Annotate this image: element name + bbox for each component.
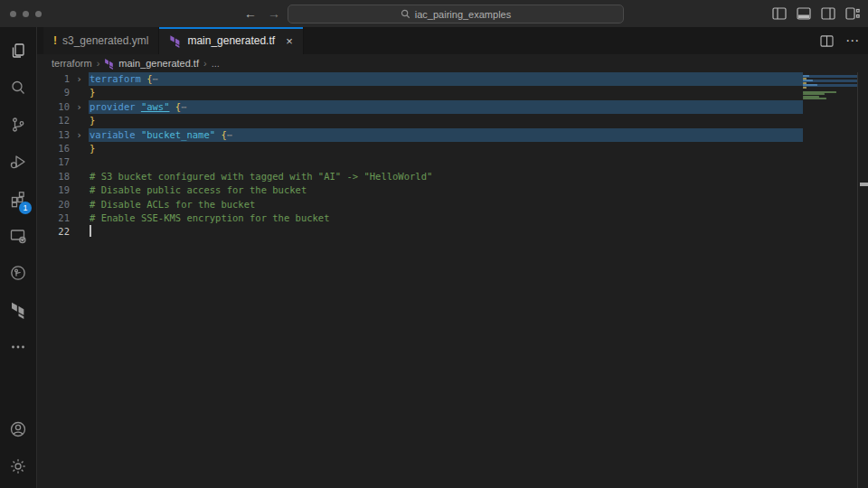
git-graph-icon[interactable] <box>0 254 36 291</box>
gutter[interactable]: 22 <box>37 225 89 239</box>
search-view-icon[interactable] <box>0 69 36 106</box>
line-content[interactable]: # S3 bucket configured with tagged with … <box>89 170 803 183</box>
line-content[interactable] <box>89 155 803 169</box>
gutter[interactable]: 10› <box>37 100 89 114</box>
line-number[interactable]: 22 <box>37 225 70 239</box>
fold-spacer <box>70 170 89 183</box>
command-center-search[interactable]: iac_pairing_examples <box>288 5 624 23</box>
breadcrumb-item[interactable]: ... <box>212 58 220 69</box>
tab-s3_generated.yml[interactable]: !s3_generated.yml <box>43 27 159 54</box>
breadcrumb-item[interactable]: main_generated.tf <box>104 58 199 70</box>
code-line-20[interactable]: 20# Disable ACLs for the bucket <box>37 198 803 211</box>
split-editor-icon[interactable] <box>820 35 834 47</box>
explorer-icon[interactable] <box>0 32 36 69</box>
line-content[interactable]: variable "bucket_name" {⋯ <box>89 128 803 142</box>
tab-main_generated.tf[interactable]: main_generated.tf× <box>159 27 303 54</box>
editor-more-actions-icon[interactable]: ⋯ <box>845 33 859 49</box>
line-number[interactable]: 16 <box>37 142 70 155</box>
traffic-dot-icon[interactable] <box>23 11 29 17</box>
line-number[interactable]: 10 <box>37 100 70 114</box>
code-line-17[interactable]: 17 <box>37 155 803 169</box>
breadcrumb: terraform› main_generated.tf›... <box>37 54 868 72</box>
code-line-13[interactable]: 13›variable "bucket_name" {⋯ <box>37 128 803 142</box>
code-line-9[interactable]: 9} <box>37 86 803 99</box>
line-number[interactable]: 9 <box>37 86 70 99</box>
line-content[interactable]: } <box>89 86 803 99</box>
accounts-icon[interactable] <box>0 410 36 447</box>
toggle-panel-icon[interactable] <box>797 7 811 20</box>
code-line-19[interactable]: 19# Disable public access for the bucket <box>37 183 803 197</box>
fold-chevron-icon[interactable]: › <box>70 72 89 86</box>
back-icon[interactable]: ← <box>244 6 257 21</box>
code-area[interactable]: 1›terraform {⋯9}10›provider "aws" {⋯12}1… <box>37 72 803 488</box>
forward-icon[interactable]: → <box>268 6 280 21</box>
line-content[interactable] <box>89 225 803 239</box>
fold-spacer <box>70 211 89 225</box>
overview-ruler[interactable] <box>857 72 868 488</box>
gutter[interactable]: 1› <box>37 72 89 86</box>
gutter[interactable]: 12 <box>37 114 89 127</box>
vscode-window: ← → iac_pairing_examples <box>0 0 868 488</box>
gutter[interactable]: 21 <box>37 211 89 225</box>
code-line-21[interactable]: 21# Enable SSE-KMS encryption for the bu… <box>37 211 803 225</box>
line-number[interactable]: 18 <box>37 170 70 183</box>
terraform-icon <box>169 34 182 48</box>
gutter[interactable]: 9 <box>37 86 89 99</box>
code-line-12[interactable]: 12} <box>37 114 803 127</box>
gutter[interactable]: 19 <box>37 183 89 197</box>
traffic-dot-icon[interactable] <box>35 11 42 17</box>
editor: 1›terraform {⋯9}10›provider "aws" {⋯12}1… <box>37 72 868 488</box>
gutter[interactable]: 13› <box>37 128 89 142</box>
code-line-18[interactable]: 18# S3 bucket configured with tagged wit… <box>37 170 803 183</box>
line-number[interactable]: 21 <box>37 211 70 225</box>
line-number[interactable]: 20 <box>37 198 70 211</box>
title-bar: ← → iac_pairing_examples <box>0 0 868 27</box>
toggle-sidebar-icon[interactable] <box>772 7 787 20</box>
line-content[interactable]: } <box>89 114 803 127</box>
breadcrumb-item[interactable]: terraform <box>52 58 92 69</box>
code-line-16[interactable]: 16} <box>37 142 803 155</box>
fold-spacer <box>70 198 89 211</box>
code-line-10[interactable]: 10›provider "aws" {⋯ <box>37 100 803 114</box>
code-line-22[interactable]: 22 <box>37 225 803 239</box>
fold-spacer <box>70 142 89 155</box>
more-views-icon[interactable] <box>0 328 36 365</box>
gutter[interactable]: 18 <box>37 170 89 183</box>
fold-spacer <box>70 114 89 127</box>
fold-chevron-icon[interactable]: › <box>70 128 89 142</box>
fold-chevron-icon[interactable]: › <box>70 100 89 114</box>
settings-gear-icon[interactable] <box>0 447 36 484</box>
minimap[interactable] <box>803 72 857 488</box>
customize-layout-icon[interactable] <box>845 7 860 20</box>
terraform-view-icon[interactable] <box>0 291 36 328</box>
line-number[interactable]: 13 <box>37 128 70 142</box>
gutter[interactable]: 16 <box>37 142 89 155</box>
line-content[interactable]: # Disable public access for the bucket <box>89 183 803 197</box>
toggle-secondary-sidebar-icon[interactable] <box>821 7 835 20</box>
line-content[interactable]: # Disable ACLs for the bucket <box>89 198 803 211</box>
source-control-icon[interactable] <box>0 106 36 143</box>
remote-explorer-icon[interactable] <box>0 217 36 254</box>
code-line-1[interactable]: 1›terraform {⋯ <box>37 72 803 86</box>
fold-spacer <box>70 225 89 239</box>
extensions-icon[interactable]: 1 <box>0 180 36 217</box>
close-icon[interactable]: × <box>286 34 293 48</box>
tab-label: s3_generated.yml <box>62 34 148 47</box>
fold-spacer <box>70 86 89 99</box>
line-content[interactable]: # Enable SSE-KMS encryption for the buck… <box>89 211 803 225</box>
line-content[interactable]: provider "aws" {⋯ <box>89 100 803 114</box>
line-number[interactable]: 1 <box>37 72 70 86</box>
traffic-dot-icon[interactable] <box>10 11 16 17</box>
gutter[interactable]: 20 <box>37 198 89 211</box>
window-controls[interactable] <box>10 11 42 17</box>
line-number[interactable]: 17 <box>37 155 70 169</box>
line-content[interactable]: terraform {⋯ <box>89 72 803 86</box>
run-debug-icon[interactable] <box>0 143 36 180</box>
tab-label: main_generated.tf <box>187 34 275 47</box>
line-number[interactable]: 12 <box>37 114 70 127</box>
line-content[interactable]: } <box>89 142 803 155</box>
line-number[interactable]: 19 <box>37 183 70 197</box>
breadcrumb-separator: › <box>97 58 100 69</box>
minimap-line <box>803 100 857 103</box>
gutter[interactable]: 17 <box>37 155 89 169</box>
